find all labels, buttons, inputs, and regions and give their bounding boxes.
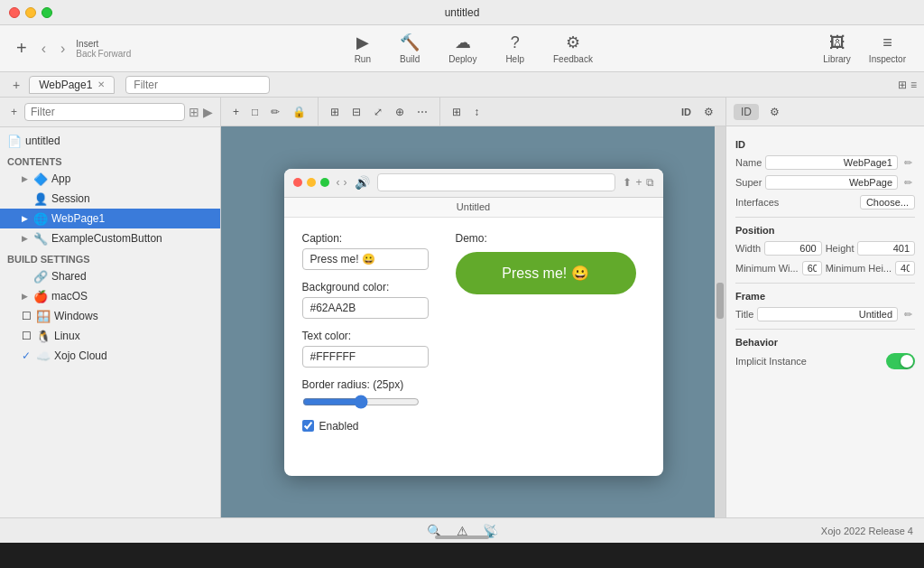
inspector-title-value: Untitled <box>757 307 898 321</box>
inspector-width-value[interactable] <box>764 241 822 256</box>
run-button[interactable]: ▶ Run <box>347 29 378 68</box>
inspector-height-value[interactable] <box>857 241 915 256</box>
library-label: Library <box>823 54 851 64</box>
sidebar-item-untitled[interactable]: 📄 untitled <box>0 131 220 151</box>
canvas-settings-btn[interactable]: ⚙ <box>699 104 718 120</box>
canvas-resize-btn[interactable]: ⤢ <box>369 104 387 120</box>
text-color-input[interactable] <box>302 346 429 368</box>
sidebar-item-macos-label: macOS <box>51 290 88 303</box>
version-label: Xojo 2022 Release 4 <box>821 526 913 536</box>
sidebar-item-windows-label: Windows <box>54 310 98 322</box>
inspector-name-edit[interactable]: ✏ <box>901 156 915 170</box>
canvas-rect-btn[interactable]: □ <box>247 104 263 120</box>
inspector-min-width-label: Minimum Wi... <box>735 263 799 274</box>
sidebar-item-linux[interactable]: ☐ 🐧 Linux <box>0 326 220 346</box>
inspector-interfaces-choose[interactable]: Choose... <box>860 195 915 210</box>
library-button[interactable]: 🖼 Library <box>816 30 858 68</box>
inspector-section-frame: Frame <box>735 291 915 302</box>
sidebar-item-app[interactable]: ▶ 🔷 App <box>0 169 220 189</box>
tab-search-input[interactable] <box>125 76 270 94</box>
feedback-icon: ⚙ <box>566 33 580 52</box>
canvas-lock-btn[interactable]: 🔒 <box>288 104 310 120</box>
canvas-edit-btn[interactable]: ✏ <box>266 104 284 120</box>
close-button[interactable] <box>9 7 20 18</box>
browser-forward-btn[interactable]: › <box>344 176 347 189</box>
inspector-icon: ≡ <box>882 33 892 52</box>
inspector-min-width-value[interactable] <box>802 261 822 275</box>
deploy-label: Deploy <box>448 54 476 64</box>
sidebar-item-examplecustombutton[interactable]: ▶ 🔧 ExampleCustomButton <box>0 228 220 248</box>
tab-add-button[interactable]: + <box>7 76 25 94</box>
sidebar-item-macos[interactable]: ▶ 🍎 macOS <box>0 286 220 306</box>
browser-sound-btn[interactable]: 🔊 <box>355 175 370 190</box>
inspector-button[interactable]: ≡ Inspector <box>862 30 913 68</box>
browser-left-form: Caption: Background color: Text color: <box>302 232 438 433</box>
traffic-lights <box>9 7 52 18</box>
minimize-button[interactable] <box>25 7 36 18</box>
browser-tab-title: Untitled <box>457 201 490 212</box>
sidebar-item-windows[interactable]: ☐ 🪟 Windows <box>0 306 220 326</box>
canvas-spacing-btn[interactable]: ↕ <box>469 104 484 120</box>
sidebar-search-input[interactable] <box>24 103 185 121</box>
inspector-tab-settings[interactable]: ⚙ <box>762 104 787 120</box>
inspector-tab-id[interactable]: ID <box>734 104 759 120</box>
tab-list-toggle[interactable]: ≡ <box>910 79 917 91</box>
inspector-min-height-label: Minimum Hei... <box>826 263 892 274</box>
build-button[interactable]: 🔨 Build <box>393 29 427 68</box>
browser-add-tab-btn[interactable]: + <box>635 176 642 189</box>
sidebar-add-button[interactable]: + <box>7 106 21 118</box>
browser-url-bar[interactable] <box>377 173 616 191</box>
browser-share-btn[interactable]: ⬆ <box>623 176 632 189</box>
inspector-name-value: WebPage1 <box>765 155 898 170</box>
browser-close[interactable] <box>293 178 302 187</box>
canvas-add-btn[interactable]: + <box>228 104 244 120</box>
canvas-distribute-btn[interactable]: ⊞ <box>448 104 466 120</box>
tab-label: WebPage1 <box>39 79 92 91</box>
canvas-align-btn[interactable]: ⊟ <box>347 104 365 120</box>
inspector-super-edit[interactable]: ✏ <box>901 176 915 190</box>
sidebar-item-xojo-cloud[interactable]: ✓ ☁️ Xojo Cloud <box>0 346 220 366</box>
border-radius-slider[interactable] <box>302 395 420 409</box>
maximize-button[interactable] <box>42 7 52 18</box>
canvas-components-btn[interactable]: ⊕ <box>391 104 409 120</box>
back-button[interactable]: ‹ <box>36 37 51 61</box>
canvas-id-btn[interactable]: ID <box>677 105 696 119</box>
browser-copy-btn[interactable]: ⧉ <box>646 176 654 189</box>
sidebar-collapse-btn[interactable]: ⊞ <box>189 105 199 119</box>
sidebar-expand-btn[interactable]: ▶ <box>203 105 213 119</box>
inspector-title-edit[interactable]: ✏ <box>901 308 915 321</box>
tab-webpage1[interactable]: WebPage1 ✕ <box>29 76 115 94</box>
run-icon: ▶ <box>356 33 369 52</box>
feedback-button[interactable]: ⚙ Feedback <box>546 29 600 68</box>
custom-button-icon: 🔧 <box>33 232 48 246</box>
browser-maximize[interactable] <box>320 178 329 187</box>
browser-back-btn[interactable]: ‹ <box>337 176 340 189</box>
inspector-divider-3 <box>735 329 915 330</box>
canvas-grid-btn[interactable]: ⊞ <box>326 104 344 120</box>
build-label: Build <box>400 54 420 64</box>
inspector-min-height-value[interactable] <box>895 261 915 275</box>
help-button[interactable]: ? Help <box>498 30 531 68</box>
sidebar-item-app-label: App <box>51 172 70 185</box>
library-icon: 🖼 <box>829 33 845 52</box>
browser-minimize[interactable] <box>307 178 316 187</box>
tab-close-icon[interactable]: ✕ <box>97 79 105 89</box>
add-button[interactable]: + <box>11 36 32 61</box>
caption-input[interactable] <box>302 248 429 270</box>
demo-button[interactable]: Press me! 😀 <box>456 252 636 294</box>
sidebar-item-session[interactable]: ▶ 👤 Session <box>0 189 220 209</box>
deploy-button[interactable]: ☁ Deploy <box>441 29 484 68</box>
canvas-toolbar: + □ ✏ 🔒 ⊞ ⊟ ⤢ ⊕ ⋯ ⊞ ↕ ID ⚙ <box>221 98 725 126</box>
sidebar-item-webpage1[interactable]: ▶ 🌐 WebPage1 <box>0 209 220 228</box>
canvas-more-btn[interactable]: ⋯ <box>412 104 432 120</box>
enabled-checkbox[interactable] <box>302 420 314 432</box>
canvas-sep1 <box>318 98 319 126</box>
sidebar-item-shared[interactable]: ▶ 🔗 Shared <box>0 266 220 286</box>
forward-button[interactable]: › <box>55 37 70 61</box>
canvas-content: ‹ › 🔊 ⬆ + ⧉ Untitled <box>221 126 725 517</box>
canvas-scrollbar-v[interactable] <box>715 126 725 517</box>
tab-view-toggle[interactable]: ⊞ <box>898 79 907 91</box>
background-color-input[interactable] <box>302 297 429 319</box>
inspector-implicit-toggle[interactable] <box>886 353 915 369</box>
inspector-title-row: Title Untitled ✏ <box>735 307 915 321</box>
